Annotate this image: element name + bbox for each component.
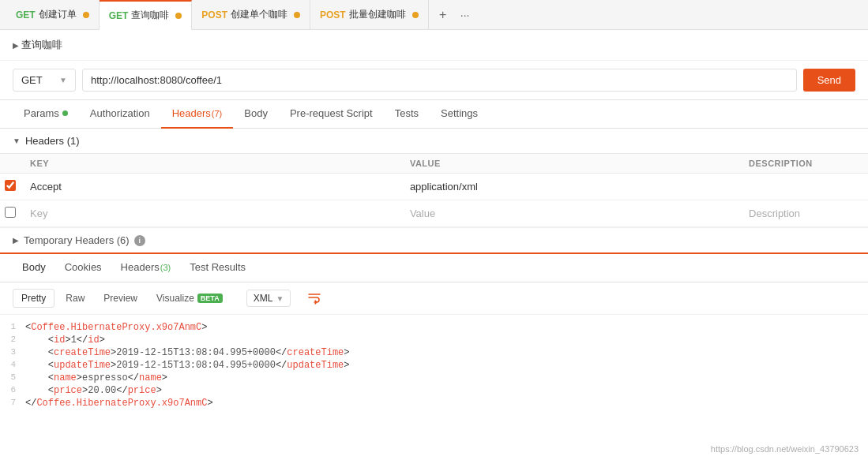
headers-section-title: Headers (1) [25, 135, 80, 147]
request-sub-tabs: Params Authorization Headers(7) Body Pre… [0, 100, 868, 129]
row-placeholder-value: Value [410, 208, 435, 219]
row-placeholder-checkbox-cell[interactable] [0, 200, 21, 227]
format-selector[interactable]: XML ▼ [246, 290, 291, 307]
headers-section-toggle[interactable]: ▼ Headers (1) [0, 129, 868, 153]
tab-label-1: 创建订单 [39, 8, 77, 21]
response-tab-headers-label: Headers [121, 261, 160, 273]
response-section: Body Cookies Headers(3) Test Results Pre… [0, 252, 868, 416]
row-placeholder-value-cell[interactable]: Value [400, 200, 739, 227]
response-tab-test-results[interactable]: Test Results [180, 254, 255, 282]
tab-method-get-2: GET [109, 10, 129, 21]
tab-query-coffee[interactable]: GET 查询咖啡 [100, 0, 193, 30]
tab-dot-3 [294, 12, 300, 18]
tab-tests-label: Tests [395, 107, 419, 119]
tab-dot-2 [175, 13, 182, 19]
format-tab-preview[interactable]: Preview [96, 290, 145, 307]
response-headers-badge: (3) [160, 263, 171, 272]
code-content: <updateTime>2019-12-15T13:08:04.995+0000… [25, 360, 350, 371]
temp-headers-title: Temporary Headers (6) [24, 234, 130, 246]
format-tab-raw[interactable]: Raw [58, 290, 92, 307]
row-value-value: application/xml [410, 181, 478, 193]
headers-badge: (7) [212, 109, 222, 118]
tab-dot-1 [83, 12, 89, 18]
tab-headers-label: Headers [172, 107, 211, 119]
code-content: <price>20.00</price> [25, 385, 162, 396]
method-label: GET [21, 74, 43, 86]
tab-method-get-1: GET [16, 9, 36, 21]
row-placeholder-key-cell[interactable]: Key [21, 200, 400, 227]
col-value-header: VALUE [400, 154, 739, 174]
xml-chevron-icon: ▼ [276, 294, 284, 303]
tab-headers[interactable]: Headers(7) [161, 100, 234, 129]
tab-authorization[interactable]: Authorization [79, 100, 161, 129]
tab-settings[interactable]: Settings [430, 100, 489, 129]
collapse-icon: ▼ [13, 137, 21, 145]
tab-body-label: Body [244, 107, 268, 119]
row-placeholder-desc-cell: Description [739, 200, 868, 227]
code-line-2: 2 <id>1</id> [0, 334, 868, 346]
response-tab-cookies[interactable]: Cookies [55, 254, 111, 282]
method-select[interactable]: GET ▼ [13, 69, 76, 92]
row-key-value: Accept [30, 181, 62, 193]
breadcrumb: 查询咖啡 [0, 30, 868, 61]
tab-dot-4 [412, 12, 419, 18]
tab-tests[interactable]: Tests [384, 100, 430, 129]
response-tab-body[interactable]: Body [13, 254, 55, 282]
table-row: Accept application/xml [0, 174, 868, 200]
tab-prerequest[interactable]: Pre-request Script [279, 100, 384, 129]
tabs-bar: GET 创建订单 GET 查询咖啡 POST 创建单个咖啡 POST 批量创建咖… [0, 0, 868, 30]
tab-batch-create-coffee[interactable]: POST 批量创建咖啡 [310, 0, 429, 30]
tab-params-label: Params [24, 107, 59, 119]
line-number: 1 [0, 322, 25, 331]
tab-auth-label: Authorization [90, 107, 150, 119]
response-code-area: 1 <Coffee.HibernateProxy.x9o7AnmC> 2 <id… [0, 315, 868, 416]
col-checkbox [0, 154, 21, 174]
response-format-tabs: Pretty Raw Preview Visualize BETA XML ▼ [0, 282, 868, 315]
response-tab-headers[interactable]: Headers(3) [111, 254, 181, 282]
response-tab-body-label: Body [22, 261, 46, 273]
temp-headers-section[interactable]: ▶ Temporary Headers (6) i [0, 227, 868, 252]
line-number: 4 [0, 360, 25, 369]
code-line-4: 4 <updateTime>2019-12-15T13:08:04.995+00… [0, 359, 868, 372]
code-line-6: 6 <price>20.00</price> [0, 384, 868, 397]
add-tab-button[interactable]: + [432, 4, 454, 26]
tab-params[interactable]: Params [13, 100, 79, 129]
app-container: GET 创建订单 GET 查询咖啡 POST 创建单个咖啡 POST 批量创建咖… [0, 0, 868, 460]
headers-table: KEY VALUE DESCRIPTION Accept application… [0, 153, 868, 227]
line-number: 3 [0, 347, 25, 357]
info-icon: i [134, 235, 145, 246]
tab-create-single-coffee[interactable]: POST 创建单个咖啡 [192, 0, 310, 30]
params-dot-icon [62, 110, 68, 116]
row-placeholder-checkbox[interactable] [5, 207, 16, 218]
response-tabs-bar: Body Cookies Headers(3) Test Results [0, 254, 868, 282]
format-tab-pretty[interactable]: Pretty [13, 289, 54, 308]
table-row: Key Value Description [0, 200, 868, 227]
code-line-1: 1 <Coffee.HibernateProxy.x9o7AnmC> [0, 321, 868, 334]
col-desc-header: DESCRIPTION [739, 154, 868, 174]
temp-toggle-icon: ▶ [13, 236, 19, 245]
send-button[interactable]: Send [803, 69, 855, 92]
wrap-button[interactable] [303, 287, 325, 309]
code-content: <Coffee.HibernateProxy.x9o7AnmC> [25, 322, 207, 333]
row-desc-cell [739, 174, 868, 200]
row-placeholder-key: Key [30, 208, 47, 219]
wrap-icon [307, 291, 321, 305]
visualize-label: Visualize [156, 293, 194, 304]
url-input[interactable] [82, 69, 797, 92]
row-value-cell: application/xml [400, 174, 739, 200]
format-tab-visualize[interactable]: Visualize BETA [148, 290, 231, 307]
tab-create-order[interactable]: GET 创建订单 [6, 0, 100, 30]
more-tabs-button[interactable]: ··· [454, 4, 476, 26]
line-number: 7 [0, 398, 25, 407]
code-content: </Coffee.HibernateProxy.x9o7AnmC> [25, 398, 213, 409]
line-number: 6 [0, 385, 25, 395]
col-key-header: KEY [21, 154, 400, 174]
response-tab-cookies-label: Cookies [65, 261, 102, 273]
tab-settings-label: Settings [441, 107, 478, 119]
row-checkbox[interactable] [5, 180, 16, 191]
row-checkbox-cell[interactable] [0, 174, 21, 200]
tab-body[interactable]: Body [233, 100, 279, 129]
chevron-down-icon: ▼ [59, 76, 67, 84]
code-content: <name>espresso</name> [25, 372, 167, 383]
tab-prerequest-label: Pre-request Script [290, 107, 373, 119]
